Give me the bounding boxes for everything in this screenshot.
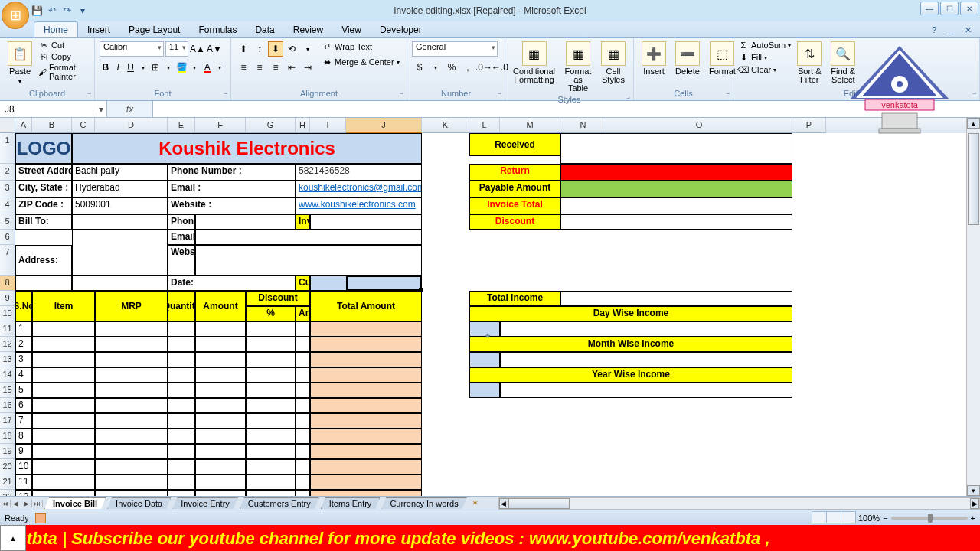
address-value[interactable] xyxy=(72,230,168,276)
fx-button[interactable]: fx xyxy=(107,101,153,117)
row-1-qty[interactable] xyxy=(168,321,195,337)
row-header-9[interactable]: 9 xyxy=(0,291,15,306)
invoice-value[interactable] xyxy=(310,214,422,230)
row-2-total[interactable] xyxy=(310,337,422,352)
row-header-22[interactable]: 22 xyxy=(0,490,15,496)
zip-value[interactable]: 5009001 xyxy=(72,197,168,214)
row-header-5[interactable]: 5 xyxy=(0,214,15,230)
summary-year-label[interactable]: Year Wise Income xyxy=(469,367,792,383)
row-9-sno[interactable]: 9 xyxy=(15,444,32,459)
row-12-item[interactable] xyxy=(32,490,95,496)
row-11-total[interactable] xyxy=(310,474,422,490)
row-3-discamt[interactable] xyxy=(296,352,310,367)
row-4-item[interactable] xyxy=(32,367,95,383)
row-4-qty[interactable] xyxy=(168,367,195,383)
row-8-amount[interactable] xyxy=(195,429,246,444)
vertical-scrollbar[interactable]: ▴ ▾ xyxy=(966,118,980,496)
row-header-16[interactable]: 16 xyxy=(0,398,15,413)
row-6-pct[interactable] xyxy=(246,398,296,413)
th-discount[interactable]: Discount xyxy=(246,291,310,306)
phone-label[interactable]: Phone Number : xyxy=(168,164,296,181)
summary-discount-label[interactable]: Discount xyxy=(469,214,560,230)
tab-nav-next[interactable]: ▶ xyxy=(21,500,32,507)
col-header-J[interactable]: J xyxy=(346,118,422,133)
underline-button[interactable]: U xyxy=(125,60,136,75)
border-button[interactable]: ⊞ xyxy=(150,60,162,75)
billto-value[interactable] xyxy=(72,214,168,230)
copy-button[interactable]: ⎘Copy xyxy=(38,51,90,62)
row-5-item[interactable] xyxy=(32,383,95,398)
summary-total-income-label[interactable]: Total Income xyxy=(469,291,560,306)
row-6-qty[interactable] xyxy=(168,398,195,413)
row-8-discamt[interactable] xyxy=(296,429,310,444)
row-1-item[interactable] xyxy=(32,321,95,337)
row-3-mrp[interactable] xyxy=(95,352,168,367)
save-icon[interactable]: 💾 xyxy=(31,5,43,17)
currency-label[interactable]: Currency xyxy=(296,276,310,291)
col-header-P[interactable]: P xyxy=(792,118,826,133)
row-9-pct[interactable] xyxy=(246,444,296,459)
email2-label[interactable]: Email xyxy=(168,230,195,245)
phone-value[interactable]: 5821436528 xyxy=(296,164,422,181)
city-label[interactable]: City, State : xyxy=(15,181,72,197)
view-buttons[interactable] xyxy=(812,511,855,525)
row-4-discamt[interactable] xyxy=(296,367,310,383)
sheet-tab-customers-entry[interactable]: Customers Entry xyxy=(240,497,319,509)
col-header-L[interactable]: L xyxy=(469,118,500,133)
sort-filter-button[interactable]: ⇅Sort & Filter xyxy=(794,40,825,86)
sheet-tab-invoice-data[interactable]: Invoice Data xyxy=(107,497,171,509)
tab-nav-first[interactable]: ⏮ xyxy=(0,500,11,507)
col-header-C[interactable]: C xyxy=(72,118,95,133)
row-header-7[interactable]: 7 xyxy=(0,245,15,276)
close-button[interactable]: ✕ xyxy=(960,2,978,15)
row-4-total[interactable] xyxy=(310,367,422,383)
row-9-mrp[interactable] xyxy=(95,444,168,459)
row-4-mrp[interactable] xyxy=(95,367,168,383)
tab-developer[interactable]: Developer xyxy=(371,22,431,37)
currency-value[interactable] xyxy=(310,276,422,291)
summary-month-label[interactable]: Month Wise Income xyxy=(469,337,792,352)
conditional-formatting-button[interactable]: ▦Conditional Formatting xyxy=(510,40,558,86)
summary-month-date[interactable] xyxy=(469,352,500,367)
row-11-pct[interactable] xyxy=(246,474,296,490)
invoice-label[interactable]: Invoice : xyxy=(296,214,310,230)
row-header-15[interactable]: 15 xyxy=(0,383,15,398)
th-amount[interactable]: Amount xyxy=(195,291,246,321)
select-all-corner[interactable] xyxy=(0,118,15,133)
row-1-mrp[interactable] xyxy=(95,321,168,337)
row-10-item[interactable] xyxy=(32,459,95,474)
th-pct[interactable]: % xyxy=(246,306,296,321)
delete-cells-button[interactable]: ➖Delete xyxy=(672,40,703,77)
format-as-table-button[interactable]: ▦Format as Table xyxy=(561,40,595,94)
row-3-sno[interactable]: 3 xyxy=(15,352,32,367)
row-2-mrp[interactable] xyxy=(95,337,168,352)
summary-year-date[interactable] xyxy=(469,383,500,398)
cut-button[interactable]: ✂Cut xyxy=(38,40,90,51)
row-2-discamt[interactable] xyxy=(296,337,310,352)
website-label[interactable]: Website : xyxy=(168,197,296,214)
row-8-qty[interactable] xyxy=(168,429,195,444)
row-1-pct[interactable] xyxy=(246,321,296,337)
percent-button[interactable]: % xyxy=(444,60,459,75)
tab-formulas[interactable]: Formulas xyxy=(189,22,246,37)
th-qty[interactable]: Quantity xyxy=(168,291,195,321)
tab-data[interactable]: Data xyxy=(246,22,283,37)
tab-review[interactable]: Review xyxy=(284,22,332,37)
row-header-3[interactable]: 3 xyxy=(0,181,15,197)
row-1-amount[interactable] xyxy=(195,321,246,337)
row-11-qty[interactable] xyxy=(168,474,195,490)
row-10-pct[interactable] xyxy=(246,459,296,474)
row-5-pct[interactable] xyxy=(246,383,296,398)
row-4-sno[interactable]: 4 xyxy=(15,367,32,383)
row-12-mrp[interactable] xyxy=(95,490,168,496)
office-button[interactable]: ⊞ xyxy=(2,2,29,29)
summary-payable-label[interactable]: Payable Amount xyxy=(469,181,560,197)
row-11-mrp[interactable] xyxy=(95,474,168,490)
row-8-item[interactable] xyxy=(32,429,95,444)
col-header-D[interactable]: D xyxy=(95,118,168,133)
col-header-E[interactable]: E xyxy=(168,118,195,133)
row-2-pct[interactable] xyxy=(246,337,296,352)
summary-day-value[interactable] xyxy=(500,321,792,337)
row-8-pct[interactable] xyxy=(246,429,296,444)
email2-value[interactable] xyxy=(195,230,422,245)
